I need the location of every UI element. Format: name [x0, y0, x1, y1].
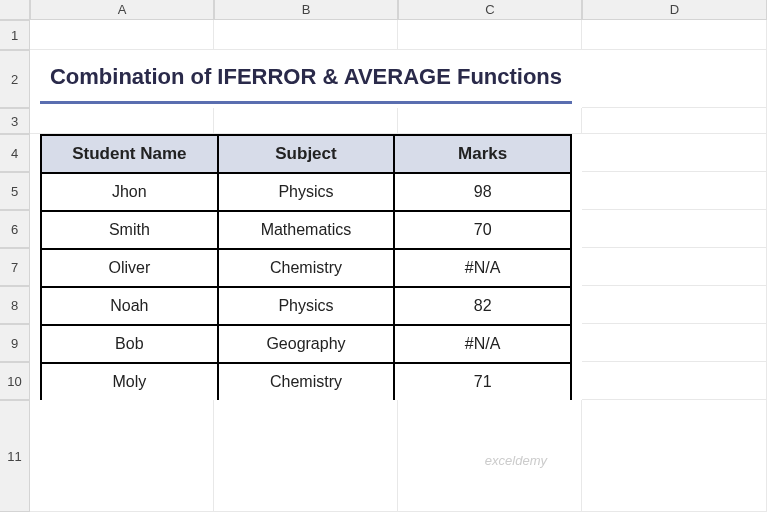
- spreadsheet-grid: A B C D 1 2 Combination of IFERROR & AVE…: [0, 0, 767, 512]
- cell[interactable]: [582, 362, 767, 400]
- cell[interactable]: [582, 108, 767, 134]
- cell[interactable]: [582, 286, 767, 324]
- row-header-8[interactable]: 8: [0, 286, 30, 324]
- table-row: Jhon Physics 98: [41, 173, 571, 211]
- cell[interactable]: [582, 50, 767, 108]
- cell-marks[interactable]: #N/A: [394, 325, 571, 363]
- header-marks[interactable]: Marks: [394, 135, 571, 173]
- cell-subject[interactable]: Chemistry: [218, 363, 395, 401]
- row-header-3[interactable]: 3: [0, 108, 30, 134]
- table-row: Smith Mathematics 70: [41, 211, 571, 249]
- cell-name[interactable]: Bob: [41, 325, 218, 363]
- cell[interactable]: [398, 108, 582, 134]
- cell-name[interactable]: Oliver: [41, 249, 218, 287]
- row-header-4[interactable]: 4: [0, 134, 30, 172]
- cell-subject[interactable]: Geography: [218, 325, 395, 363]
- cell[interactable]: [30, 20, 214, 50]
- cell[interactable]: [582, 400, 767, 512]
- table-row: Noah Physics 82: [41, 287, 571, 325]
- row-header-1[interactable]: 1: [0, 20, 30, 50]
- cell-subject[interactable]: Physics: [218, 287, 395, 325]
- cell[interactable]: [582, 134, 767, 172]
- cell[interactable]: [30, 108, 214, 134]
- cell[interactable]: [214, 400, 398, 512]
- cell-name[interactable]: Jhon: [41, 173, 218, 211]
- cell[interactable]: [214, 20, 398, 50]
- cell[interactable]: [398, 20, 582, 50]
- row-header-11[interactable]: 11: [0, 400, 30, 512]
- cell-marks[interactable]: 82: [394, 287, 571, 325]
- cell-name[interactable]: Noah: [41, 287, 218, 325]
- cell-subject[interactable]: Chemistry: [218, 249, 395, 287]
- table-row: Moly Chemistry 71: [41, 363, 571, 401]
- cell[interactable]: [214, 108, 398, 134]
- cell[interactable]: [582, 210, 767, 248]
- cell-marks[interactable]: #N/A: [394, 249, 571, 287]
- cell-marks[interactable]: 98: [394, 173, 571, 211]
- cell[interactable]: [582, 20, 767, 50]
- table-header-row: Student Name Subject Marks: [41, 135, 571, 173]
- cell[interactable]: [398, 400, 582, 512]
- row-header-5[interactable]: 5: [0, 172, 30, 210]
- cell-subject[interactable]: Mathematics: [218, 211, 395, 249]
- col-header-A[interactable]: A: [30, 0, 214, 20]
- cell[interactable]: [582, 324, 767, 362]
- page-title: Combination of IFERROR & AVERAGE Functio…: [40, 52, 572, 104]
- cell-name[interactable]: Smith: [41, 211, 218, 249]
- table-row: Bob Geography #N/A: [41, 325, 571, 363]
- col-header-D[interactable]: D: [582, 0, 767, 20]
- cell-name[interactable]: Moly: [41, 363, 218, 401]
- col-header-B[interactable]: B: [214, 0, 398, 20]
- cell-marks[interactable]: 71: [394, 363, 571, 401]
- header-subject[interactable]: Subject: [218, 135, 395, 173]
- row-header-6[interactable]: 6: [0, 210, 30, 248]
- col-header-C[interactable]: C: [398, 0, 582, 20]
- cell-subject[interactable]: Physics: [218, 173, 395, 211]
- cell[interactable]: [30, 400, 214, 512]
- row-header-7[interactable]: 7: [0, 248, 30, 286]
- row-header-2[interactable]: 2: [0, 50, 30, 108]
- cell-marks[interactable]: 70: [394, 211, 571, 249]
- table-row: Oliver Chemistry #N/A: [41, 249, 571, 287]
- data-table-container: Student Name Subject Marks Jhon Physics …: [40, 134, 572, 400]
- row-header-10[interactable]: 10: [0, 362, 30, 400]
- select-all-corner[interactable]: [0, 0, 30, 20]
- header-student-name[interactable]: Student Name: [41, 135, 218, 173]
- cell[interactable]: [582, 172, 767, 210]
- cell[interactable]: [582, 248, 767, 286]
- row-header-9[interactable]: 9: [0, 324, 30, 362]
- data-table: Student Name Subject Marks Jhon Physics …: [40, 134, 572, 402]
